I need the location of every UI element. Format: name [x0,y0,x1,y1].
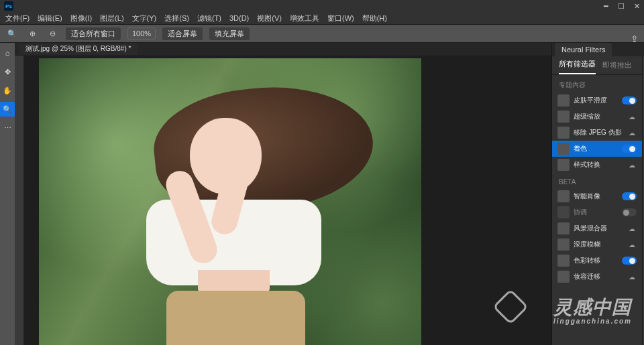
download-icon[interactable]: ☁ [627,240,637,249]
filter-list-column: 所有筛选器 即将推出 专题内容 皮肤平滑度超级缩放☁移除 JPEG 伪影☁着色样… [552,56,643,345]
document-tab[interactable]: 测试.jpg @ 25% (图层 0, RGB/8#) * [19,43,138,55]
canvas[interactable] [24,56,551,345]
filter-thumb [557,111,570,123]
filter-thumb [557,206,570,218]
filter-toggle[interactable] [622,208,637,216]
app-logo: Ps [4,1,13,11]
zoom-out-icon[interactable]: ⊖ [46,27,59,40]
more-tools[interactable]: ⋯ [0,121,15,135]
options-bar: 🔍 ⊕ ⊖ 适合所有窗口 100% 适合屏幕 填充屏幕 [0,24,644,43]
filter-thumb [557,222,570,234]
filter-name: 移除 JPEG 伪影 [574,128,623,137]
filter-toggle[interactable] [622,145,637,153]
filter-thumb [557,127,570,139]
section-featured: 专题内容 [552,75,642,92]
document-image [39,58,421,345]
filter-toggle[interactable] [622,96,637,105]
filter-item[interactable]: 色彩转移 [552,253,642,269]
filter-toggle[interactable] [622,257,637,265]
share-icon[interactable]: ⇪ [631,33,639,44]
fill-screen-button[interactable]: 填充屏幕 [209,27,250,40]
filter-name: 智能肖像 [574,192,618,201]
tool-indicator-icon: 🔍 [5,27,19,40]
filter-item[interactable]: 超级缩放☁ [552,109,642,125]
filter-item[interactable]: 风景混合器☁ [552,220,642,236]
filter-thumb [557,255,570,267]
filter-toggle[interactable] [622,192,637,200]
filter-thumb [557,271,570,283]
menu-item[interactable]: 图层(L) [100,13,123,23]
maximize-button[interactable]: ☐ [618,2,625,11]
zoom-tool[interactable]: 🔍 [0,102,15,117]
menubar: 文件(F)编辑(E)图像(I)图层(L)文字(Y)选择(S)滤镜(T)3D(D)… [0,12,644,24]
menu-item[interactable]: 文件(F) [5,13,30,23]
filter-name: 着色 [574,144,618,153]
titlebar: Ps ━ ☐ ✕ [0,0,644,12]
download-icon[interactable]: ☁ [627,273,637,281]
download-icon[interactable]: ☁ [627,161,637,169]
filter-item[interactable]: 深度模糊☁ [552,236,642,253]
menu-item[interactable]: 3D(D) [229,14,249,22]
menu-item[interactable]: 图像(I) [70,13,92,23]
menu-item[interactable]: 窗口(W) [327,13,354,23]
minimize-button[interactable]: ━ [604,2,608,11]
download-icon[interactable]: ☁ [627,113,637,121]
menu-item[interactable]: 增效工具 [290,13,319,23]
zoom-in-icon[interactable]: ⊕ [25,27,39,40]
filter-name: 协调 [574,208,618,217]
filter-thumb [557,238,570,251]
filter-thumb [557,190,570,202]
filter-name: 妆容迁移 [574,272,623,281]
tool-palette: ⌂ ✥ ✋ 🔍 ⋯ [0,43,15,345]
download-icon[interactable]: ☁ [627,129,637,137]
download-icon[interactable]: ☁ [627,224,637,232]
filter-thumb [557,143,570,155]
filter-item[interactable]: 移除 JPEG 伪影☁ [552,125,642,141]
document-tabs: 测试.jpg @ 25% (图层 0, RGB/8#) * [15,43,551,55]
panel-tab-row: Neural Filters [552,43,644,56]
close-button[interactable]: ✕ [634,2,640,11]
menu-item[interactable]: 编辑(E) [38,13,62,23]
filter-name: 样式转换 [574,160,623,169]
home-tool[interactable]: ⌂ [0,46,15,60]
fit-all-button[interactable]: 适合所有窗口 [66,27,121,40]
zoom-value[interactable]: 100% [127,27,156,40]
menu-item[interactable]: 选择(S) [164,13,189,23]
filter-name: 深度模糊 [574,240,623,249]
neural-filters-panel: Neural Filters 所有筛选器 即将推出 专题内容 皮肤平滑度超级缩放… [551,43,644,345]
filter-item[interactable]: 皮肤平滑度 [552,92,642,109]
section-beta: BETA [552,173,642,188]
workspace: ⌂ ✥ ✋ 🔍 ⋯ 测试.jpg @ 25% (图层 0, RGB/8#) * … [0,43,644,345]
menu-item[interactable]: 文字(Y) [132,13,157,23]
filter-item[interactable]: 智能肖像 [552,188,642,204]
menu-item[interactable]: 视图(V) [257,13,282,23]
canvas-area: 测试.jpg @ 25% (图层 0, RGB/8#) * 1000120014… [15,43,551,345]
fit-screen-button[interactable]: 适合屏幕 [162,27,203,40]
filter-thumb [557,94,570,107]
filter-item[interactable]: 着色 [552,141,642,157]
tab-all-filters[interactable]: 所有筛选器 [559,59,596,74]
ruler-vertical [15,56,24,345]
filter-item[interactable]: 协调 [552,204,642,220]
filter-item[interactable]: 样式转换☁ [552,157,642,173]
filter-thumb [557,159,570,171]
filter-name: 风景混合器 [574,224,623,233]
move-tool[interactable]: ✥ [0,64,15,79]
filter-name: 皮肤平滑度 [574,96,618,105]
window-controls: ━ ☐ ✕ [604,2,640,11]
tab-coming-soon[interactable]: 即将推出 [602,60,632,74]
menu-item[interactable]: 帮助(H) [362,13,387,23]
filter-item[interactable]: 妆容迁移☁ [552,269,642,285]
menu-item[interactable]: 滤镜(T) [197,13,221,23]
filter-name: 超级缩放 [574,112,623,121]
panel-tab-neural[interactable]: Neural Filters [555,43,612,56]
filter-category-tabs: 所有筛选器 即将推出 [552,56,642,75]
filter-name: 色彩转移 [574,256,618,265]
hand-tool[interactable]: ✋ [0,83,15,98]
